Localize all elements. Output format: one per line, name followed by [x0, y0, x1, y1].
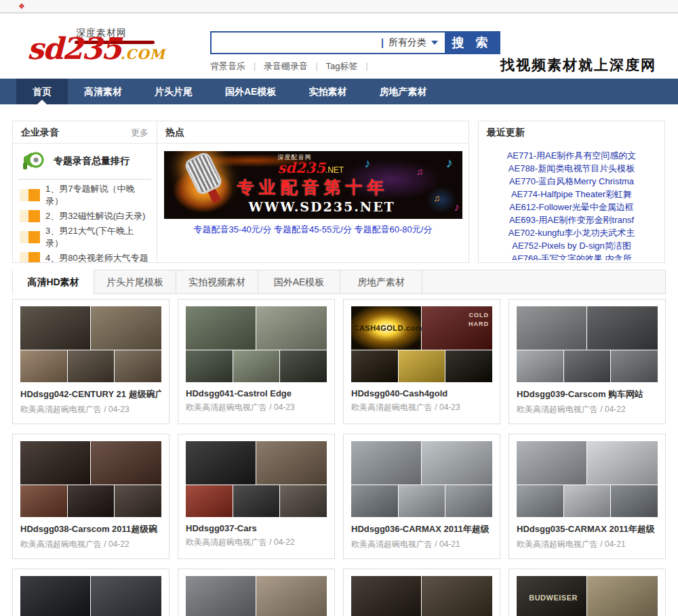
- video-card[interactable]: HDdsgg041-Castrol Edge欧美高清超碗电视广告 / 04-23: [178, 299, 335, 424]
- search-input[interactable]: [212, 33, 378, 53]
- video-card[interactable]: CASH4GOLD.comCOLD HARDHDdsgg040-Cash4gol…: [343, 299, 500, 424]
- quick-link[interactable]: 录音棚录音: [264, 61, 308, 71]
- tab-片头片尾模板[interactable]: 片头片尾模板: [94, 270, 176, 293]
- thumb-frame: [186, 350, 233, 382]
- separator-bar: ｜: [362, 61, 371, 71]
- thumb-frame: [256, 306, 327, 350]
- thumb-frame: [91, 306, 161, 350]
- video-meta: 欧美高清超碗电视广告 / 04-23: [20, 404, 161, 415]
- tab-房地产素材[interactable]: 房地产素材: [340, 270, 422, 293]
- panel-title: 热点: [165, 127, 184, 138]
- thumb-frame: [399, 485, 445, 517]
- update-link[interactable]: AE774-Halfpipe Theater彩虹舞: [511, 189, 632, 199]
- rank-item[interactable]: 3、男21大气(下午晚上录）: [20, 226, 150, 247]
- thumb-frame: [186, 485, 233, 517]
- site-logo[interactable]: 深度素材网 sd235.COM: [27, 27, 156, 68]
- panel-recent-updates: 最近更新 AE771-用AE制作具有空间感的文AE788-新闻类电视节目片头模板…: [478, 121, 665, 263]
- update-item: AE612-Follower光晕中金属边框: [479, 201, 664, 213]
- search-button[interactable]: 搜 索: [445, 33, 499, 53]
- update-item: AE752-Pixels by D-sign简洁图: [479, 239, 664, 252]
- video-card[interactable]: HDdsgg036-CARMAX 2011年超级欧美高清超碗电视广告 / 04-…: [343, 434, 500, 559]
- nav-item-首页[interactable]: 首页: [16, 79, 68, 104]
- update-link[interactable]: AE693-用AE制作变形金刚transf: [509, 215, 634, 225]
- thumb-frame: [280, 485, 327, 517]
- nav-item-高清素材[interactable]: 高清素材: [68, 79, 138, 104]
- thumb-frame: [20, 306, 90, 350]
- promo-banner[interactable]: 深度配音网 sd235.NET 专业配音第十年 WWW.SD235.NET ♪ …: [164, 151, 462, 219]
- video-card[interactable]: HDdsgg037-Cars欧美高清超碗电视广告 / 04-22: [178, 434, 335, 559]
- video-meta: 欧美高清超碗电视广告 / 04-23: [351, 402, 492, 413]
- video-title[interactable]: HDdsgg040-Cash4gold: [351, 388, 492, 398]
- video-card[interactable]: HDdsgg038-Carscom 2011超级碗欧美高清超碗电视广告 / 04…: [12, 434, 170, 559]
- thumb-overlay-text: BUDWEISER: [517, 594, 590, 602]
- quick-link[interactable]: 背景音乐: [210, 61, 245, 71]
- rank-bullet-icon: [20, 189, 40, 201]
- rank-bullet-icon: [20, 231, 40, 243]
- video-card[interactable]: [12, 569, 170, 616]
- nav-item-片头片尾[interactable]: 片头片尾: [138, 79, 209, 104]
- thumb-frame: [68, 485, 115, 517]
- thumb-frame: [587, 306, 658, 350]
- thumb-frame: [611, 350, 658, 382]
- thumb-frame: [20, 576, 90, 616]
- video-thumbnail: [517, 306, 658, 382]
- nav-item-实拍素材[interactable]: 实拍素材: [292, 79, 363, 104]
- panel-enterprise-recording: 企业录音 更多 专题录音总量排行 1、男7专题解说（中晚录）2、男32磁性解说(…: [12, 121, 157, 263]
- video-thumbnail: [20, 306, 161, 382]
- video-meta: 欧美高清超碗电视广告 / 04-23: [186, 402, 327, 413]
- thumb-frame: [20, 350, 67, 382]
- thumb-frame: [186, 441, 256, 485]
- video-meta: 欧美高清超碗电视广告 / 04-21: [351, 539, 492, 550]
- more-link[interactable]: 更多: [131, 121, 148, 144]
- tab-实拍视频素材[interactable]: 实拍视频素材: [176, 270, 258, 293]
- video-title[interactable]: HDdsgg038-Carscom 2011超级碗: [20, 523, 161, 535]
- video-title[interactable]: HDdsgg035-CARMAX 2011年超级: [517, 523, 658, 535]
- nav-item-房地产素材[interactable]: 房地产素材: [363, 79, 443, 104]
- thumb-frame: [233, 350, 280, 382]
- video-thumbnail: [517, 441, 658, 517]
- main-content: 企业录音 更多 专题录音总量排行 1、男7专题解说（中晚录）2、男32磁性解说(…: [12, 121, 666, 616]
- update-link[interactable]: AE770-蓝白风格Merry Christma: [509, 176, 634, 186]
- recent-updates-list: AE771-用AE制作具有空间感的文AE788-新闻类电视节目片头模板AE770…: [479, 144, 664, 260]
- video-card[interactable]: [343, 569, 500, 616]
- update-link[interactable]: AE752-Pixels by D-sign简洁图: [512, 241, 631, 251]
- separator-bar: ｜: [250, 61, 259, 71]
- video-title[interactable]: HDdsgg036-CARMAX 2011年超级: [351, 523, 492, 535]
- quick-link[interactable]: Tag标签: [325, 61, 357, 71]
- thumb-frame: [351, 576, 421, 616]
- update-link[interactable]: AE702-kungfu李小龙功夫武术主: [509, 228, 635, 238]
- video-card[interactable]: [178, 569, 335, 616]
- thumb-frame: [256, 441, 327, 485]
- music-note-icon: ♫: [416, 166, 424, 177]
- thumb-frame: [587, 441, 658, 485]
- video-title[interactable]: HDdsgg042-CENTURY 21 超级碗广: [20, 388, 161, 401]
- thumb-frame: [91, 576, 161, 616]
- search-sub-links: 背景音乐｜录音棚录音｜Tag标签｜: [210, 60, 500, 73]
- tab-高清HD素材[interactable]: 高清HD素材: [12, 270, 94, 294]
- video-thumbnail: CASH4GOLD.comCOLD HARD: [351, 306, 492, 382]
- update-item: AE771-用AE制作具有空间感的文: [479, 149, 664, 162]
- video-title[interactable]: HDdsgg039-Carscom 购车网站: [517, 388, 658, 401]
- megaphone-icon: [21, 150, 45, 173]
- update-link[interactable]: AE768-手写文字的效果,内含所: [512, 253, 632, 260]
- rank-item[interactable]: 1、男7专题解说（中晚录）: [20, 184, 150, 205]
- category-dropdown[interactable]: | 所有分类: [378, 33, 445, 53]
- update-link[interactable]: AE788-新闻类电视节目片头模板: [509, 163, 635, 173]
- rank-item-label: 1、男7专题解说（中晚录）: [45, 183, 150, 207]
- video-card[interactable]: HDdsgg042-CENTURY 21 超级碗广欧美高清超碗电视广告 / 04…: [12, 299, 170, 424]
- video-card[interactable]: HDdsgg039-Carscom 购车网站欧美高清超碗电视广告 / 04-22: [509, 299, 666, 424]
- video-card[interactable]: BUDWEISER: [509, 569, 666, 616]
- update-link[interactable]: AE771-用AE制作具有空间感的文: [507, 150, 637, 161]
- update-link[interactable]: AE612-Follower光晕中金属边框: [509, 202, 634, 212]
- thumb-frame: [422, 576, 492, 616]
- rank-item[interactable]: 4、男80央视老师大气专题: [20, 247, 150, 263]
- video-title[interactable]: HDdsgg041-Castrol Edge: [186, 388, 327, 398]
- video-card[interactable]: HDdsgg035-CARMAX 2011年超级欧美高清超碗电视广告 / 04-…: [509, 434, 666, 559]
- thumb-frame: [280, 350, 327, 382]
- pricing-link[interactable]: 专题配音35-40元/分 专题配音45-55元/分 专题配音60-80元/分: [157, 224, 468, 236]
- video-title[interactable]: HDdsgg037-Cars: [186, 523, 327, 533]
- site-slogan: 找视频素材就上深度网: [500, 56, 656, 75]
- rank-item[interactable]: 2、男32磁性解说(白天录): [20, 205, 150, 226]
- nav-item-国外AE模板[interactable]: 国外AE模板: [209, 79, 292, 104]
- tab-国外AE模板[interactable]: 国外AE模板: [258, 270, 340, 293]
